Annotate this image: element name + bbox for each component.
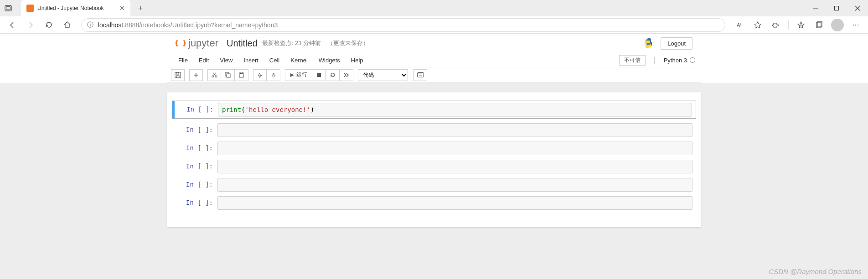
url-host: localhost bbox=[98, 21, 123, 29]
jupyter-logo-text: jupyter bbox=[188, 37, 218, 49]
svg-text:A⁾: A⁾ bbox=[737, 22, 741, 28]
svg-point-30 bbox=[420, 73, 420, 74]
kernel-indicator[interactable]: Python 3 bbox=[664, 57, 695, 64]
run-button[interactable]: 运行 bbox=[285, 69, 312, 81]
save-button[interactable] bbox=[171, 69, 185, 81]
menubar: File Edit View Insert Cell Kernel Widget… bbox=[167, 53, 701, 67]
cell-input[interactable] bbox=[217, 178, 692, 192]
notebook-container: In [ ]: print('hello everyone!') In [ ]:… bbox=[167, 92, 701, 227]
new-tab-button[interactable]: + bbox=[133, 1, 148, 15]
minimize-button[interactable] bbox=[805, 0, 826, 16]
read-aloud-icon[interactable]: A⁾ bbox=[732, 17, 747, 33]
code-cell[interactable]: In [ ]: bbox=[172, 196, 696, 210]
menu-widgets[interactable]: Widgets bbox=[313, 57, 346, 64]
tab-title: Untitled - Jupyter Notebook bbox=[37, 5, 116, 11]
close-window-button[interactable] bbox=[847, 0, 868, 16]
svg-point-31 bbox=[421, 73, 421, 74]
browser-tab[interactable]: Untitled - Jupyter Notebook ✕ bbox=[21, 0, 130, 16]
cell-prompt: In [ ]: bbox=[172, 196, 217, 210]
svg-rect-27 bbox=[417, 73, 424, 77]
separator bbox=[788, 20, 789, 30]
cell-prompt: In [ ]: bbox=[172, 142, 217, 155]
menu-edit[interactable]: Edit bbox=[193, 57, 214, 64]
restart-button[interactable] bbox=[326, 69, 340, 81]
jupyter-favicon bbox=[26, 5, 34, 12]
trust-indicator[interactable]: 不可信 bbox=[619, 55, 646, 66]
python-logo-icon bbox=[642, 37, 654, 49]
run-all-button[interactable] bbox=[340, 69, 353, 81]
save-status: （更改未保存） bbox=[327, 39, 369, 47]
copy-button[interactable] bbox=[221, 69, 235, 81]
checkpoint-status: 最新检查点: 23 分钟前 bbox=[262, 39, 321, 47]
home-button[interactable] bbox=[59, 17, 75, 33]
kernel-name: Python 3 bbox=[664, 57, 687, 64]
window-controls bbox=[805, 0, 868, 16]
svg-rect-15 bbox=[176, 72, 179, 74]
add-cell-button[interactable] bbox=[189, 69, 203, 81]
svg-rect-26 bbox=[317, 73, 321, 77]
collections-icon[interactable] bbox=[811, 17, 827, 33]
more-menu-icon[interactable]: ⋯ bbox=[848, 17, 863, 33]
move-up-button[interactable] bbox=[253, 69, 267, 81]
site-info-icon[interactable]: ⓘ bbox=[87, 21, 93, 29]
maximize-button[interactable] bbox=[826, 0, 847, 16]
cell-prompt: In [ ]: bbox=[172, 160, 217, 173]
cell-input[interactable] bbox=[217, 196, 692, 210]
cell-input[interactable] bbox=[217, 160, 692, 173]
cell-prompt: In [ ]: bbox=[172, 123, 217, 137]
move-down-button[interactable] bbox=[267, 69, 280, 81]
browser-tab-strip: Untitled - Jupyter Notebook ✕ + bbox=[0, 0, 868, 16]
jupyter-page: jupyter Untitled 最新检查点: 23 分钟前 （更改未保存） L… bbox=[0, 34, 868, 227]
svg-rect-13 bbox=[175, 72, 181, 78]
profile-avatar[interactable] bbox=[830, 17, 845, 33]
svg-rect-14 bbox=[176, 76, 179, 78]
svg-rect-25 bbox=[240, 72, 243, 74]
jupyter-header: jupyter Untitled 最新检查点: 23 分钟前 （更改未保存） L… bbox=[167, 34, 701, 53]
cell-input[interactable] bbox=[217, 142, 692, 155]
code-cell[interactable]: In [ ]: bbox=[172, 160, 696, 173]
menu-kernel[interactable]: Kernel bbox=[285, 57, 313, 64]
extensions-icon[interactable] bbox=[768, 17, 784, 33]
cell-prompt: In [ ]: bbox=[172, 178, 217, 192]
svg-point-29 bbox=[419, 73, 419, 74]
celltype-select[interactable]: 代码 bbox=[358, 69, 408, 81]
favorites-icon[interactable] bbox=[793, 17, 809, 33]
address-bar: ⓘ localhost:8888/notebooks/Untitled.ipyn… bbox=[0, 16, 868, 34]
menu-view[interactable]: View bbox=[214, 57, 238, 64]
notebook-title[interactable]: Untitled bbox=[227, 38, 258, 49]
svg-rect-32 bbox=[419, 76, 422, 76]
favorite-star-icon[interactable] bbox=[750, 17, 765, 33]
code-cell[interactable]: In [ ]: bbox=[172, 142, 696, 155]
code-cell[interactable]: In [ ]: bbox=[172, 123, 696, 137]
paste-button[interactable] bbox=[235, 69, 248, 81]
menu-file[interactable]: File bbox=[173, 57, 193, 64]
jupyter-logo[interactable]: jupyter bbox=[176, 37, 218, 49]
cell-prompt: In [ ]: bbox=[172, 103, 218, 117]
cell-input[interactable] bbox=[217, 123, 692, 137]
workspaces-button[interactable] bbox=[0, 0, 16, 16]
logout-button[interactable]: Logout bbox=[661, 37, 692, 50]
kernel-status-icon bbox=[690, 57, 695, 63]
close-tab-icon[interactable]: ✕ bbox=[119, 5, 125, 12]
svg-rect-1 bbox=[6, 7, 10, 10]
stop-button[interactable] bbox=[312, 69, 326, 81]
jupyter-logo-icon bbox=[176, 38, 186, 48]
menu-insert[interactable]: Insert bbox=[238, 57, 264, 64]
toolbar: 运行 代码 bbox=[167, 67, 701, 83]
command-palette-button[interactable] bbox=[413, 69, 427, 81]
forward-button[interactable] bbox=[23, 17, 38, 33]
menu-help[interactable]: Help bbox=[346, 57, 369, 64]
code-cell[interactable]: In [ ]: bbox=[172, 178, 696, 192]
refresh-button[interactable] bbox=[41, 17, 57, 33]
menu-cell[interactable]: Cell bbox=[264, 57, 285, 64]
back-button[interactable] bbox=[5, 17, 20, 33]
url-path: :8888/notebooks/Untitled.ipynb?kernel_na… bbox=[123, 21, 278, 29]
watermark: CSDN @Raymond Operations bbox=[769, 268, 862, 275]
code-cell[interactable]: In [ ]: print('hello everyone!') bbox=[172, 101, 696, 119]
run-label: 运行 bbox=[296, 71, 307, 79]
url-field[interactable]: ⓘ localhost:8888/notebooks/Untitled.ipyn… bbox=[81, 18, 725, 32]
cut-button[interactable] bbox=[207, 69, 221, 81]
cell-input[interactable]: print('hello everyone!') bbox=[218, 103, 692, 117]
svg-point-12 bbox=[649, 46, 650, 47]
svg-rect-3 bbox=[835, 6, 839, 10]
